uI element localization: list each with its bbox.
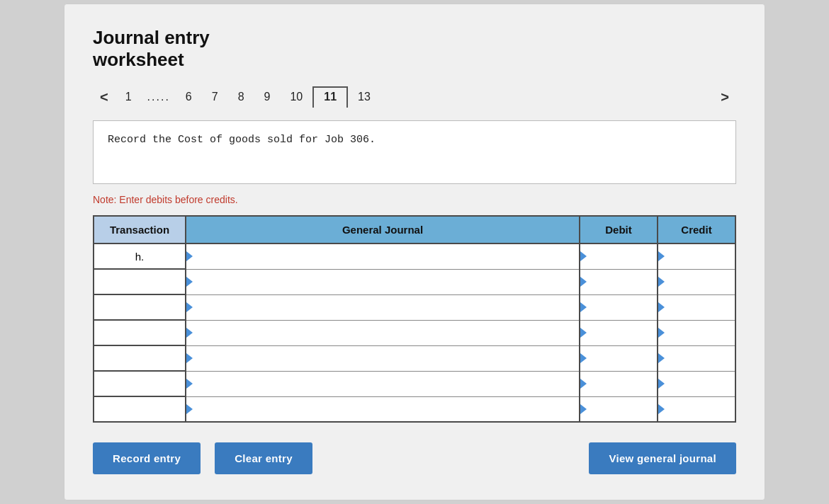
table-row [94, 320, 735, 345]
nav-item-8[interactable]: 8 [228, 88, 254, 106]
view-general-journal-button[interactable]: View general journal [589, 442, 736, 474]
credit-input-3[interactable] [658, 321, 735, 345]
cell-transaction-0[interactable]: h. [94, 244, 186, 269]
journal-input-4[interactable] [186, 346, 579, 371]
debit-input-6[interactable] [580, 397, 657, 422]
journal-input-1[interactable] [186, 270, 579, 294]
debit-input-0[interactable] [580, 244, 657, 269]
journal-table: Transaction General Journal Debit Credit… [93, 215, 736, 423]
credit-input-1[interactable] [658, 270, 735, 294]
instruction-box: Record the Cost of goods sold for Job 30… [93, 120, 736, 184]
journal-input-5[interactable] [186, 372, 579, 396]
debit-indicator-3 [580, 328, 587, 338]
table-row [94, 269, 735, 294]
debit-indicator-6 [580, 404, 587, 414]
col-header-general-journal: General Journal [186, 216, 580, 244]
cell-transaction-2[interactable] [94, 294, 186, 320]
cell-journal-3[interactable] [186, 320, 580, 345]
debit-indicator-2 [580, 302, 587, 312]
cell-journal-6[interactable] [186, 396, 580, 422]
cell-credit-1[interactable] [658, 269, 735, 294]
table-row [94, 345, 735, 371]
nav-item-13[interactable]: 13 [348, 88, 380, 106]
cell-debit-3[interactable] [580, 320, 658, 345]
cell-debit-1[interactable] [580, 269, 658, 294]
cell-credit-6[interactable] [658, 396, 735, 422]
credit-input-5[interactable] [658, 372, 735, 396]
cell-credit-4[interactable] [658, 345, 735, 371]
debit-input-4[interactable] [580, 346, 657, 371]
cell-credit-5[interactable] [658, 371, 735, 396]
table-row [94, 396, 735, 422]
credit-indicator-0 [658, 251, 665, 261]
credit-input-4[interactable] [658, 346, 735, 371]
credit-input-6[interactable] [658, 397, 735, 422]
journal-entry-worksheet-card: Journal entry worksheet < 1 ..... 6 7 8 … [64, 4, 765, 500]
debit-indicator-1 [580, 277, 587, 287]
debit-input-2[interactable] [580, 295, 657, 320]
debit-input-1[interactable] [580, 270, 657, 294]
debit-indicator-4 [580, 353, 587, 363]
clear-entry-button[interactable]: Clear entry [215, 442, 312, 474]
page-title: Journal entry worksheet [93, 27, 736, 71]
cell-credit-0[interactable] [658, 244, 735, 269]
cell-debit-0[interactable] [580, 244, 658, 269]
credit-input-2[interactable] [658, 295, 735, 320]
cell-journal-1[interactable] [186, 269, 580, 294]
cell-debit-4[interactable] [580, 345, 658, 371]
cell-journal-0[interactable] [186, 244, 580, 269]
nav-item-6[interactable]: 6 [176, 88, 202, 106]
journal-indicator-1 [186, 277, 193, 287]
note-text: Note: Enter debits before credits. [93, 194, 736, 205]
debit-input-5[interactable] [580, 372, 657, 396]
nav-item-7[interactable]: 7 [202, 88, 228, 106]
buttons-row: Record entry Clear entry View general jo… [93, 442, 736, 474]
cell-transaction-5[interactable] [94, 371, 186, 396]
cell-journal-2[interactable] [186, 294, 580, 320]
cell-journal-5[interactable] [186, 371, 580, 396]
cell-debit-5[interactable] [580, 371, 658, 396]
nav-item-1[interactable]: 1 [115, 88, 142, 106]
credit-input-0[interactable] [658, 244, 735, 269]
col-header-transaction: Transaction [94, 216, 186, 244]
table-row [94, 371, 735, 396]
credit-indicator-3 [658, 328, 665, 338]
journal-indicator-6 [186, 404, 193, 414]
journal-input-2[interactable] [186, 295, 579, 320]
nav-dots: ..... [142, 88, 176, 106]
cell-transaction-6[interactable] [94, 396, 186, 422]
col-header-debit: Debit [580, 216, 658, 244]
credit-indicator-5 [658, 379, 665, 389]
journal-input-3[interactable] [186, 321, 579, 345]
cell-debit-2[interactable] [580, 294, 658, 320]
cell-transaction-3[interactable] [94, 320, 186, 345]
nav-row: < 1 ..... 6 7 8 9 10 11 13 > [93, 86, 736, 108]
credit-indicator-4 [658, 353, 665, 363]
cell-credit-2[interactable] [658, 294, 735, 320]
nav-item-9[interactable]: 9 [254, 88, 281, 106]
table-row: h. [94, 244, 735, 269]
table-row [94, 294, 735, 320]
debit-indicator-5 [580, 379, 587, 389]
cell-credit-3[interactable] [658, 320, 735, 345]
debit-indicator-0 [580, 251, 587, 261]
col-header-credit: Credit [658, 216, 735, 244]
journal-input-6[interactable] [186, 397, 579, 422]
record-entry-button[interactable]: Record entry [93, 442, 201, 474]
nav-prev-arrow[interactable]: < [93, 88, 115, 107]
nav-next-arrow[interactable]: > [714, 88, 736, 107]
debit-input-3[interactable] [580, 321, 657, 345]
journal-indicator-5 [186, 379, 193, 389]
cell-debit-6[interactable] [580, 396, 658, 422]
journal-input-0[interactable] [186, 244, 579, 269]
journal-indicator-2 [186, 302, 193, 312]
cell-transaction-1[interactable] [94, 269, 186, 294]
credit-indicator-2 [658, 302, 665, 312]
journal-indicator-4 [186, 353, 193, 363]
nav-item-10[interactable]: 10 [280, 88, 312, 106]
credit-indicator-6 [658, 404, 665, 414]
cell-transaction-4[interactable] [94, 345, 186, 371]
cell-journal-4[interactable] [186, 345, 580, 371]
credit-indicator-1 [658, 277, 665, 287]
nav-item-11[interactable]: 11 [312, 86, 348, 108]
